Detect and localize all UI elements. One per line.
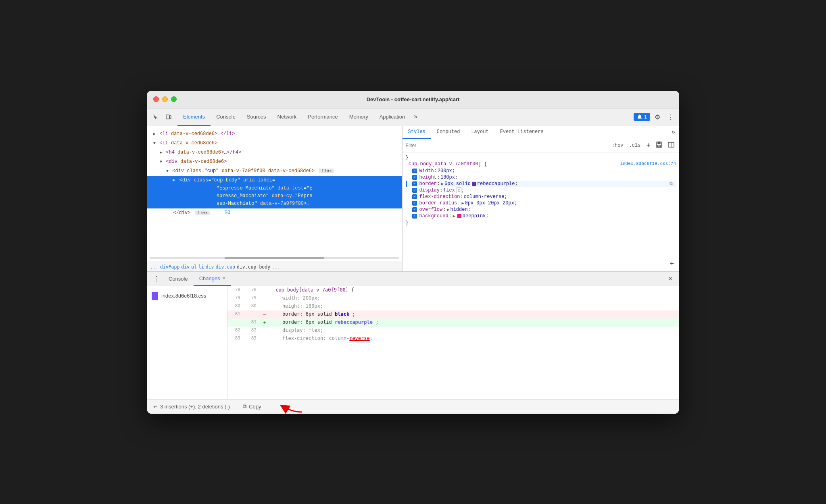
prop-checkbox-height[interactable]: [412, 175, 417, 180]
dom-line[interactable]: ▼ <li data-v-ced68de6>: [147, 139, 402, 148]
diff-line: 80 80 height: 180px;: [227, 302, 679, 310]
tab-elements[interactable]: Elements: [177, 108, 211, 126]
prop-checkbox-border-radius[interactable]: [412, 201, 417, 206]
breadcrumb-dots[interactable]: ...: [150, 264, 159, 270]
dom-scrollbar[interactable]: [150, 257, 399, 259]
scrollbar-thumb[interactable]: [225, 257, 324, 259]
bottom-drawer: ⋮ Console Changes × × index.8d6c6f18.css: [147, 271, 679, 414]
save-icon[interactable]: [654, 141, 664, 150]
breadcrumb-divcup[interactable]: div.cup: [216, 264, 235, 270]
breadcrumb-ul[interactable]: ul: [191, 264, 197, 270]
styles-panel: Styles Computed Layout Event Listeners »…: [403, 126, 679, 271]
filter-input[interactable]: [406, 143, 607, 148]
device-icon[interactable]: [163, 111, 174, 123]
close-changes-tab[interactable]: ×: [223, 275, 225, 281]
dom-line[interactable]: </div> flex == $0: [147, 208, 402, 218]
devtools-toolbar: Elements Console Sources Network Perform…: [147, 108, 679, 126]
line-num-new: 83: [244, 335, 260, 343]
diff-line: 83 83 flex-direction: column-reverse;: [227, 335, 679, 343]
main-tabs: Elements Console Sources Network Perform…: [177, 108, 634, 126]
line-num-old: 81: [227, 310, 244, 319]
flex-icon: ⊞: [457, 187, 461, 193]
tab-styles[interactable]: Styles: [403, 126, 431, 139]
dom-line[interactable]: ▼ <div data-v-ced68de6>: [147, 157, 402, 167]
notifications-button[interactable]: 1: [634, 113, 650, 121]
expand-triangle-bg[interactable]: ▶: [453, 214, 455, 219]
breadcrumb-div[interactable]: div: [181, 264, 190, 270]
tab-changes[interactable]: Changes ×: [194, 272, 231, 286]
copy-button[interactable]: ⧉ Copy: [243, 403, 261, 410]
diff-marker: [260, 294, 269, 302]
collapse-icon: ▶: [153, 132, 156, 136]
svg-rect-4: [657, 145, 661, 147]
tab-console[interactable]: Console: [211, 108, 241, 126]
line-num-new: 79: [244, 294, 260, 302]
css-property-width: width : 200px ;: [406, 168, 676, 174]
revert-button[interactable]: ↩ 3 insertions (+), 2 deletions (-): [153, 404, 230, 410]
devtools-window: DevTools - coffee-cart.netlify.app/cart …: [147, 91, 679, 414]
prop-checkbox-overflow[interactable]: [412, 207, 417, 212]
tabs-more-icon[interactable]: »: [667, 126, 679, 139]
prop-checkbox-width[interactable]: [412, 169, 417, 173]
tab-memory[interactable]: Memory: [344, 108, 374, 126]
arrow-annotation-footer: [274, 398, 306, 414]
dom-line[interactable]: ▶ <h4 data-v-ced68de6>…</h4>: [147, 148, 402, 157]
close-drawer-button[interactable]: ×: [665, 273, 676, 284]
prop-checkbox-background[interactable]: [412, 214, 417, 219]
expand-triangle[interactable]: ▶: [441, 181, 444, 186]
rule-header: .cup-body[data-v-7a0f9f00] { index.8d6c6…: [406, 161, 676, 167]
tab-network[interactable]: Network: [272, 108, 302, 126]
breadcrumb-more[interactable]: ...: [272, 264, 280, 270]
notification-count: 1: [644, 114, 647, 120]
tab-performance[interactable]: Performance: [302, 108, 343, 126]
color-swatch-border[interactable]: [472, 182, 476, 186]
tab-console-drawer[interactable]: Console: [163, 272, 194, 286]
css-property-flex-direction: flex-direction : column-reverse ;: [406, 194, 676, 200]
maximize-button[interactable]: [171, 96, 177, 102]
line-num-new: 82: [244, 327, 260, 335]
line-num-old: 78: [227, 286, 244, 294]
tab-more[interactable]: »: [411, 108, 421, 126]
dom-line-selected[interactable]: ▶ <div class="cup-body" aria-label= "Esp…: [147, 176, 402, 208]
breadcrumb-div2[interactable]: div: [206, 264, 214, 270]
file-item[interactable]: index.8d6c6f18.css: [147, 289, 227, 302]
copy-property-icon[interactable]: ⧉: [670, 181, 673, 186]
prop-checkbox-flex-direction[interactable]: [412, 194, 417, 199]
prop-checkbox-display[interactable]: [412, 188, 417, 193]
color-swatch-bg[interactable]: [457, 214, 461, 218]
diff-line: 82 82 display: flex;: [227, 327, 679, 335]
breadcrumb-divapp[interactable]: div#app: [160, 264, 179, 270]
more-options-icon[interactable]: ⋮: [665, 111, 676, 123]
tab-computed[interactable]: Computed: [431, 126, 466, 139]
add-property-button[interactable]: +: [668, 260, 676, 268]
css-property-background: background : ▶ deeppink ;: [406, 213, 676, 219]
expand-triangle-ov[interactable]: ▶: [447, 207, 449, 212]
add-style-button[interactable]: +: [645, 141, 652, 150]
styles-filter-bar: :hov .cls +: [403, 139, 679, 152]
breadcrumb-li[interactable]: li: [198, 264, 204, 270]
dock-icon[interactable]: [666, 141, 676, 150]
dom-line[interactable]: ▼ <div class="cup" data-v-7a0f9f00 data-…: [147, 167, 402, 176]
collapse-icon: ▼: [166, 169, 169, 173]
line-num-new: [244, 310, 260, 319]
expand-triangle-br[interactable]: ▶: [461, 201, 464, 206]
settings-icon[interactable]: ⚙: [652, 111, 663, 123]
rule-close-brace: }: [406, 219, 676, 227]
tab-sources[interactable]: Sources: [241, 108, 272, 126]
dom-line[interactable]: ▶ <li data-v-ced68de6>…</li>: [147, 129, 402, 139]
minimize-button[interactable]: [162, 96, 168, 102]
cursor-icon[interactable]: [150, 111, 161, 123]
cls-button[interactable]: .cls: [628, 142, 642, 149]
prop-checkbox-border[interactable]: [412, 181, 417, 186]
rule-source[interactable]: index.8d6c6f18.css:74: [620, 161, 676, 167]
hov-button[interactable]: :hov: [610, 142, 625, 149]
copy-label: Copy: [249, 404, 261, 410]
diff-marker-added: +: [260, 319, 269, 327]
tab-application[interactable]: Application: [374, 108, 411, 126]
tab-event-listeners[interactable]: Event Listeners: [494, 126, 549, 139]
window-title: DevTools - coffee-cart.netlify.app/cart: [367, 96, 460, 102]
tab-layout[interactable]: Layout: [465, 126, 494, 139]
line-num-new: 78: [244, 286, 260, 294]
drawer-menu-icon[interactable]: ⋮: [150, 273, 163, 284]
close-button[interactable]: [153, 96, 159, 102]
